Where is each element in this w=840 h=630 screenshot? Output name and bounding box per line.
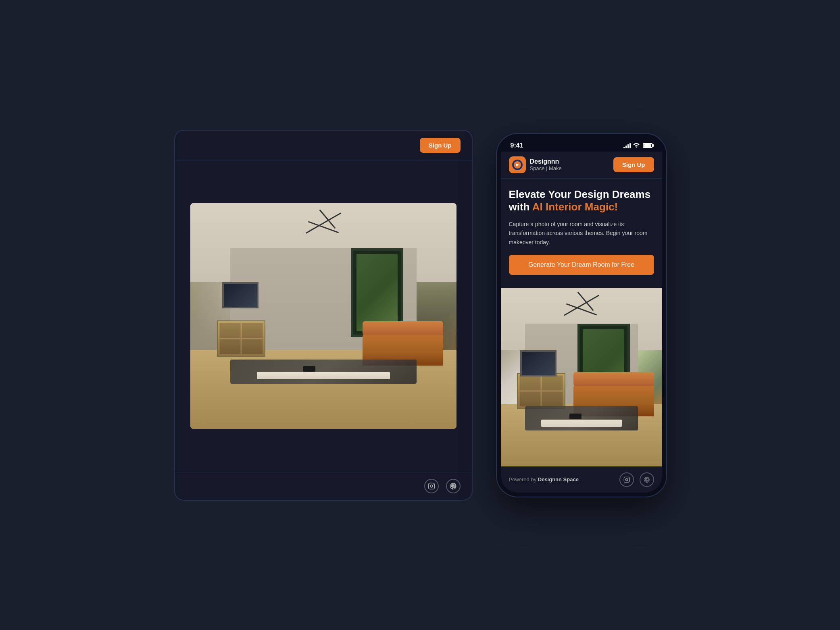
phone-table-item bbox=[569, 414, 582, 419]
tablet-instagram-icon[interactable] bbox=[424, 479, 439, 493]
phone-footer: Powered by Designnn Space bbox=[501, 466, 662, 493]
phone-room-image bbox=[501, 288, 662, 466]
phone-ceiling-fixture bbox=[541, 297, 622, 321]
phone-pinterest-icon[interactable] bbox=[640, 472, 654, 487]
svg-point-1 bbox=[430, 485, 433, 487]
tablet-pinterest-icon[interactable] bbox=[446, 479, 461, 493]
scene: Sign Up bbox=[0, 0, 840, 630]
svg-rect-0 bbox=[428, 483, 434, 489]
phone-rug bbox=[525, 406, 638, 430]
tablet-room-image bbox=[190, 203, 456, 429]
phone-coffee-table bbox=[541, 420, 622, 427]
signal-bar-4 bbox=[629, 143, 631, 148]
cabinet-cell bbox=[219, 339, 241, 354]
phone-time: 9:41 bbox=[511, 142, 523, 149]
phone-cabinet-grid bbox=[519, 375, 563, 407]
powered-brand: Designnn Space bbox=[538, 476, 579, 482]
phone-sofa-back bbox=[573, 372, 654, 386]
tablet-top-bar: Sign Up bbox=[175, 131, 472, 160]
brand-logo: Designnn Space | Make bbox=[509, 156, 562, 173]
phone-frame: 9:41 bbox=[497, 134, 666, 497]
phone-cabinet-cell bbox=[542, 391, 563, 407]
phone-signup-button[interactable]: Sign Up bbox=[613, 157, 654, 172]
logo-icon bbox=[509, 156, 526, 173]
powered-by: Powered by Designnn Space bbox=[509, 476, 579, 482]
tablet-frame: Sign Up bbox=[174, 130, 473, 501]
svg-point-2 bbox=[433, 484, 434, 485]
sofa-back bbox=[363, 321, 443, 335]
cabinet-grid bbox=[219, 323, 263, 354]
cabinet bbox=[217, 320, 265, 357]
svg-rect-4 bbox=[624, 477, 629, 482]
cta-generate-button[interactable]: Generate Your Dream Room for Free bbox=[509, 255, 654, 275]
powered-label: Powered by bbox=[509, 476, 538, 482]
hero-title: Elevate Your Design Dreams with AI Inter… bbox=[509, 188, 654, 213]
coffee-table bbox=[257, 372, 390, 379]
wall-painting bbox=[222, 282, 258, 308]
phone-room-scene bbox=[501, 288, 662, 466]
phone-notch bbox=[561, 138, 602, 147]
tablet-image-area bbox=[175, 160, 472, 472]
signal-bars-icon bbox=[623, 143, 631, 148]
wifi-icon bbox=[633, 142, 640, 149]
phone-wall-painting bbox=[520, 350, 557, 376]
status-icons bbox=[623, 142, 652, 149]
hero-title-highlight: AI Interior Magic! bbox=[532, 201, 618, 213]
tablet-signup-button[interactable]: Sign Up bbox=[420, 138, 461, 153]
ceiling-fixture bbox=[283, 214, 364, 239]
brand-name: Designnn Space | Make bbox=[530, 158, 562, 171]
brand-name-sub: Space | Make bbox=[530, 165, 562, 171]
svg-point-5 bbox=[625, 478, 627, 480]
signal-bar-2 bbox=[625, 146, 627, 148]
phone-instagram-icon[interactable] bbox=[619, 472, 634, 487]
tablet-footer bbox=[175, 472, 472, 500]
svg-point-6 bbox=[628, 478, 628, 478]
door-glass bbox=[356, 254, 398, 331]
room-scene bbox=[190, 203, 456, 429]
hero-subtitle: Capture a photo of your room and visuali… bbox=[509, 220, 654, 247]
phone-header: Designnn Space | Make Sign Up bbox=[501, 152, 662, 179]
phone-cabinet-cell bbox=[519, 375, 541, 391]
brand-name-main: Designnn bbox=[530, 158, 562, 165]
footer-icons bbox=[619, 472, 654, 487]
cabinet-cell bbox=[242, 323, 263, 338]
battery-icon bbox=[643, 143, 652, 148]
cabinet-cell bbox=[242, 339, 263, 354]
phone-content: Elevate Your Design Dreams with AI Inter… bbox=[501, 179, 662, 466]
phone-cabinet-cell bbox=[519, 391, 541, 407]
table-item bbox=[303, 366, 315, 372]
hero-section: Elevate Your Design Dreams with AI Inter… bbox=[501, 179, 662, 288]
cabinet-cell bbox=[219, 323, 241, 338]
phone-cabinet-cell bbox=[542, 375, 563, 391]
signal-bar-1 bbox=[623, 147, 625, 148]
battery-fill bbox=[644, 144, 651, 147]
phone-cabinet bbox=[517, 373, 565, 409]
signal-bar-3 bbox=[627, 144, 629, 148]
